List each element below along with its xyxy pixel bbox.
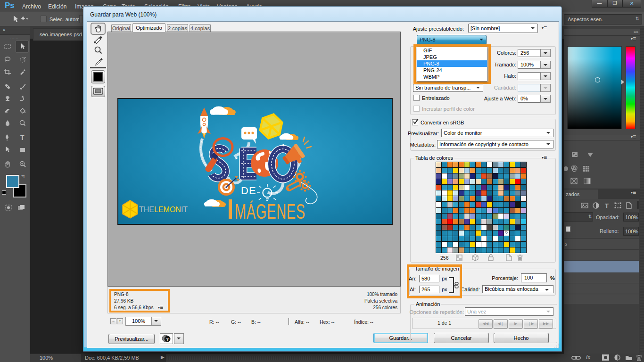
svg-text:DE: DE (241, 185, 256, 197)
svg-text:?: ? (166, 337, 169, 342)
svg-text:THELEMONIT: THELEMONIT (139, 206, 188, 214)
svg-text:MÁGENES: MÁGENES (235, 200, 305, 223)
svg-text:T: T (605, 202, 609, 209)
svg-text:T: T (20, 134, 25, 141)
